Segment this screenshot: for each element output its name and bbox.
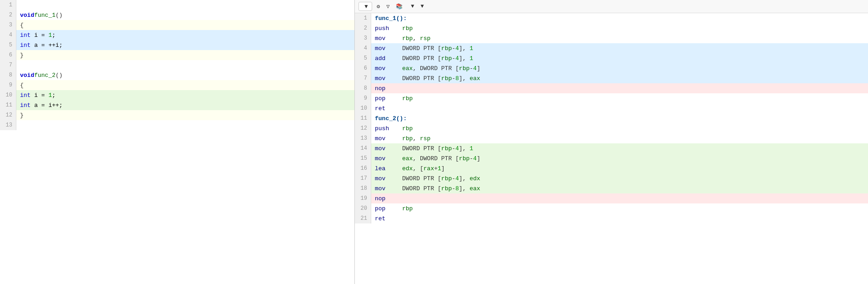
line-number: 11 (0, 100, 16, 110)
line-content (16, 120, 354, 130)
asm-line-content: moveax, DWORD PTR [rbp-4] (371, 63, 868, 73)
line-content: void func_2() (16, 70, 354, 80)
code-area: 12void func_1()3{4 int i = 1;5 int a = +… (0, 0, 354, 130)
asm-line-number: 18 (355, 183, 371, 193)
source-line: 9{ (0, 80, 354, 90)
source-line: 2void func_1() (0, 10, 354, 20)
asm-line-number: 4 (355, 43, 371, 53)
asm-line-number: 17 (355, 173, 371, 183)
source-line: 8void func_2() (0, 70, 354, 80)
source-line: 4 int i = 1; (0, 30, 354, 40)
source-line: 3{ (0, 20, 354, 30)
asm-line-content: nop (371, 83, 868, 93)
line-number: 10 (0, 90, 16, 100)
output-button[interactable]: ⚙ (377, 3, 382, 10)
filter-icon: ▽ (386, 3, 389, 10)
line-number: 8 (0, 70, 16, 80)
add-new-dropdown-icon: ▼ (411, 3, 414, 10)
libraries-button[interactable]: 📚 (396, 3, 404, 10)
asm-line: 2 pushrbp (355, 23, 868, 33)
asm-line: 19 nop (355, 193, 868, 203)
asm-line: 15 moveax, DWORD PTR [rbp-4] (355, 153, 868, 163)
line-number: 4 (0, 30, 16, 40)
asm-line-number: 15 (355, 153, 371, 163)
asm-line-number: 9 (355, 93, 371, 103)
source-line: 11 int a = i++; (0, 100, 354, 110)
asm-line-content: pushrbp (371, 23, 868, 33)
source-line: 12} (0, 110, 354, 120)
asm-line: 17 movDWORD PTR [rbp-4], edx (355, 173, 868, 183)
source-line: 1 (0, 0, 354, 10)
asm-line-content: moveax, DWORD PTR [rbp-4] (371, 153, 868, 163)
asm-line-number: 12 (355, 123, 371, 133)
source-line: 6} (0, 50, 354, 60)
line-number: 3 (0, 20, 16, 30)
asm-line-number: 11 (355, 113, 371, 123)
asm-line: 21 ret (355, 213, 868, 223)
asm-line: 7 movDWORD PTR [rbp-8], eax (355, 73, 868, 83)
line-content: { (16, 20, 354, 30)
line-content: int i = 1; (16, 30, 354, 40)
asm-line-number: 8 (355, 83, 371, 93)
asm-line-content: movDWORD PTR [rbp-8], eax (371, 73, 868, 83)
asm-line: 20 poprbp (355, 203, 868, 213)
source-pane[interactable]: 12void func_1()3{4 int i = 1;5 int a = +… (0, 0, 355, 284)
asm-lines: 1func_1():2 pushrbp3 movrbp, rsp4 movDWO… (355, 13, 868, 223)
asm-line-number: 13 (355, 133, 371, 143)
assembly-toolbar: ▼ ⚙ ▽ 📚 ▼ ▼ (355, 0, 868, 13)
assembly-area[interactable]: 1func_1():2 pushrbp3 movrbp, rsp4 movDWO… (355, 13, 868, 284)
asm-line: 8 nop (355, 83, 868, 93)
add-new-button[interactable]: ▼ (409, 3, 414, 10)
asm-line-number: 1 (355, 13, 371, 23)
asm-line-number: 14 (355, 143, 371, 153)
line-number: 12 (0, 110, 16, 120)
asm-line-content: func_2(): (371, 113, 868, 123)
asm-line: 13 movrbp, rsp (355, 133, 868, 143)
source-line: 13 (0, 120, 354, 130)
asm-line-content: movrbp, rsp (371, 33, 868, 43)
asm-line: 10 ret (355, 103, 868, 113)
line-content: void func_1() (16, 10, 354, 20)
line-number: 1 (0, 0, 16, 10)
asm-line-number: 10 (355, 103, 371, 113)
asm-line-content: movDWORD PTR [rbp-8], eax (371, 183, 868, 193)
line-content: } (16, 110, 354, 120)
source-line: 7 (0, 60, 354, 70)
asm-line-content: movDWORD PTR [rbp-4], 1 (371, 143, 868, 153)
asm-line-content: addDWORD PTR [rbp-4], 1 (371, 53, 868, 63)
asm-line-content: nop (371, 193, 868, 203)
line-number: 9 (0, 80, 16, 90)
asm-line-content: poprbp (371, 93, 868, 103)
source-line: 5 int a = ++i; (0, 40, 354, 50)
asm-line-content: movDWORD PTR [rbp-4], 1 (371, 43, 868, 53)
asm-line-content: ret (371, 213, 868, 223)
asm-line-number: 21 (355, 213, 371, 223)
line-content: int a = ++i; (16, 40, 354, 50)
compiler-dropdown-icon: ▼ (363, 3, 369, 10)
asm-line-content: leaedx, [rax+1] (371, 163, 868, 173)
line-content: { (16, 80, 354, 90)
asm-line-content: ret (371, 103, 868, 113)
line-content: int a = i++; (16, 100, 354, 110)
line-content: } (16, 50, 354, 60)
asm-line: 6 moveax, DWORD PTR [rbp-4] (355, 63, 868, 73)
gear-icon: ⚙ (377, 3, 380, 10)
asm-line-number: 5 (355, 53, 371, 63)
line-content (16, 60, 354, 70)
compiler-select-button[interactable]: ▼ (358, 2, 372, 11)
main-container: 12void func_1()3{4 int i = 1;5 int a = +… (0, 0, 868, 284)
asm-line-number: 20 (355, 203, 371, 213)
asm-line-number: 19 (355, 193, 371, 203)
asm-line-number: 6 (355, 63, 371, 73)
asm-line-content: func_1(): (371, 13, 868, 23)
asm-line: 1func_1(): (355, 13, 868, 23)
line-content: int i = 1; (16, 90, 354, 100)
filter-button[interactable]: ▽ (386, 3, 391, 10)
add-tool-button[interactable]: ▼ (419, 3, 424, 10)
asm-line: 14 movDWORD PTR [rbp-4], 1 (355, 143, 868, 153)
asm-line-number: 3 (355, 33, 371, 43)
line-number: 2 (0, 10, 16, 20)
asm-line-number: 16 (355, 163, 371, 173)
line-number: 6 (0, 50, 16, 60)
source-line: 10 int i = 1; (0, 90, 354, 100)
